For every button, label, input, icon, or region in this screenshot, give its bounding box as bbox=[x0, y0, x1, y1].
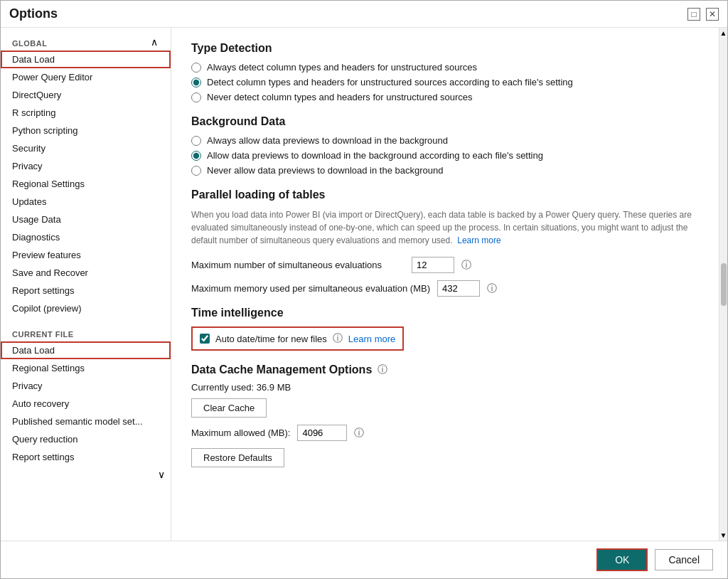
sidebar-item-cf-published-semantic[interactable]: Published semantic model set... bbox=[1, 413, 171, 430]
clear-cache-button[interactable]: Clear Cache bbox=[191, 398, 267, 418]
data-cache-info-icon[interactable]: ⓘ bbox=[378, 363, 387, 376]
sidebar-item-cf-regional-settings[interactable]: Regional Settings bbox=[1, 359, 171, 377]
max-evaluations-label: Maximum number of simultaneous evaluatio… bbox=[191, 260, 405, 270]
auto-datetime-info-icon[interactable]: ⓘ bbox=[333, 332, 343, 345]
max-memory-info-icon[interactable]: ⓘ bbox=[487, 282, 497, 295]
main-content: Type Detection Always detect column type… bbox=[171, 28, 719, 541]
type-detection-label-detect: Detect column types and headers for unst… bbox=[207, 77, 573, 87]
background-data-radio-always[interactable] bbox=[191, 136, 201, 146]
current-file-section: CURRENT FILE Data Load Regional Settings… bbox=[1, 324, 171, 480]
restore-defaults-button[interactable]: Restore Defaults bbox=[191, 448, 284, 467]
sidebar-item-python-scripting[interactable]: Python scripting bbox=[1, 122, 171, 139]
type-detection-label-never: Never detect column types and headers fo… bbox=[207, 92, 473, 102]
options-window: Options □ ✕ GLOBAL ∧ Data Load Power Que… bbox=[0, 0, 728, 579]
type-detection-radio-always[interactable] bbox=[191, 63, 201, 73]
background-data-option-allow[interactable]: Allow data previews to download in the b… bbox=[191, 150, 699, 161]
sidebar-item-directquery[interactable]: DirectQuery bbox=[1, 86, 171, 104]
global-collapse-icon[interactable]: ∧ bbox=[151, 36, 165, 48]
footer: OK Cancel bbox=[1, 541, 727, 578]
window-controls: □ ✕ bbox=[687, 8, 719, 21]
data-cache-used-text: Currently used: 36.9 MB bbox=[191, 382, 699, 393]
type-detection-radio-never[interactable] bbox=[191, 92, 201, 102]
data-cache-title: Data Cache Management Options bbox=[191, 363, 372, 376]
global-section-header-row: GLOBAL ∧ bbox=[1, 33, 171, 51]
content-area: GLOBAL ∧ Data Load Power Query Editor Di… bbox=[1, 28, 727, 541]
minimize-button[interactable]: □ bbox=[687, 8, 700, 21]
type-detection-title: Type Detection bbox=[191, 42, 699, 55]
type-detection-option-detect[interactable]: Detect column types and headers for unst… bbox=[191, 77, 699, 87]
sidebar-item-copilot-preview[interactable]: Copilot (preview) bbox=[1, 299, 171, 317]
background-data-option-never[interactable]: Never allow data previews to download in… bbox=[191, 165, 699, 176]
background-data-title: Background Data bbox=[191, 115, 699, 128]
type-detection-option-always[interactable]: Always detect column types and headers f… bbox=[191, 62, 699, 73]
type-detection-options: Always detect column types and headers f… bbox=[191, 62, 699, 102]
time-intelligence-learn-more[interactable]: Learn more bbox=[348, 334, 395, 344]
sidebar-item-save-and-recover[interactable]: Save and Recover bbox=[1, 264, 171, 282]
cancel-button[interactable]: Cancel bbox=[655, 549, 713, 570]
data-cache-header: Data Cache Management Options ⓘ bbox=[191, 363, 699, 376]
sidebar-item-r-scripting[interactable]: R scripting bbox=[1, 104, 171, 122]
scrollbar-thumb[interactable] bbox=[721, 263, 727, 306]
close-button[interactable]: ✕ bbox=[706, 8, 719, 21]
sidebar-item-diagnostics[interactable]: Diagnostics bbox=[1, 228, 171, 246]
max-memory-row: Maximum memory used per simultaneous eva… bbox=[191, 280, 699, 297]
max-evaluations-input[interactable] bbox=[412, 257, 454, 273]
sidebar-item-data-load[interactable]: Data Load bbox=[1, 51, 171, 68]
max-evaluations-row: Maximum number of simultaneous evaluatio… bbox=[191, 257, 699, 273]
sidebar-item-usage-data[interactable]: Usage Data bbox=[1, 211, 171, 228]
parallel-loading-title: Parallel loading of tables bbox=[191, 188, 699, 201]
type-detection-radio-detect[interactable] bbox=[191, 78, 201, 87]
background-data-option-always[interactable]: Always allow data previews to download i… bbox=[191, 135, 699, 146]
sidebar-item-cf-query-reduction[interactable]: Query reduction bbox=[1, 430, 171, 448]
max-allowed-label: Maximum allowed (MB): bbox=[191, 427, 290, 438]
global-section-header: GLOBAL bbox=[1, 33, 58, 51]
sidebar-item-power-query-editor[interactable]: Power Query Editor bbox=[1, 68, 171, 86]
background-data-label-never: Never allow data previews to download in… bbox=[207, 165, 443, 176]
current-file-scroll-down-icon[interactable]: ∨ bbox=[158, 469, 165, 480]
parallel-loading-description: When you load data into Power BI (via im… bbox=[191, 208, 699, 247]
sidebar: GLOBAL ∧ Data Load Power Query Editor Di… bbox=[1, 28, 171, 541]
auto-datetime-label: Auto date/time for new files bbox=[215, 334, 327, 344]
auto-datetime-checkbox[interactable] bbox=[200, 334, 210, 344]
main-scrollbar[interactable]: ▲ ▼ bbox=[719, 28, 727, 541]
time-intelligence-box: Auto date/time for new files ⓘ Learn mor… bbox=[191, 326, 404, 351]
time-intelligence-title: Time intelligence bbox=[191, 307, 699, 319]
type-detection-label-always: Always detect column types and headers f… bbox=[207, 62, 477, 73]
sidebar-item-updates[interactable]: Updates bbox=[1, 193, 171, 211]
sidebar-item-cf-data-load[interactable]: Data Load bbox=[1, 341, 171, 359]
sidebar-item-cf-report-settings[interactable]: Report settings bbox=[1, 448, 171, 466]
title-bar: Options □ ✕ bbox=[1, 1, 727, 28]
max-memory-input[interactable] bbox=[437, 280, 480, 297]
max-allowed-input[interactable] bbox=[297, 425, 347, 441]
max-allowed-row: Maximum allowed (MB): ⓘ bbox=[191, 425, 699, 441]
scrollbar-down-icon[interactable]: ▼ bbox=[720, 531, 727, 539]
background-data-radio-never[interactable] bbox=[191, 166, 201, 176]
type-detection-option-never[interactable]: Never detect column types and headers fo… bbox=[191, 92, 699, 102]
sidebar-item-security[interactable]: Security bbox=[1, 139, 171, 157]
parallel-loading-learn-more[interactable]: Learn more bbox=[457, 235, 500, 245]
sidebar-item-report-settings-global[interactable]: Report settings bbox=[1, 282, 171, 299]
sidebar-item-cf-privacy[interactable]: Privacy bbox=[1, 377, 171, 395]
window-title: Options bbox=[9, 6, 58, 21]
sidebar-item-regional-settings[interactable]: Regional Settings bbox=[1, 175, 171, 193]
background-data-radio-allow[interactable] bbox=[191, 151, 201, 161]
max-memory-label: Maximum memory used per simultaneous eva… bbox=[191, 283, 430, 294]
scrollbar-up-icon[interactable]: ▲ bbox=[720, 29, 727, 37]
max-allowed-info-icon[interactable]: ⓘ bbox=[354, 427, 364, 440]
sidebar-item-privacy[interactable]: Privacy bbox=[1, 157, 171, 175]
background-data-options: Always allow data previews to download i… bbox=[191, 135, 699, 176]
ok-button[interactable]: OK bbox=[596, 548, 648, 571]
max-evaluations-info-icon[interactable]: ⓘ bbox=[461, 259, 471, 272]
background-data-label-allow: Allow data previews to download in the b… bbox=[207, 150, 543, 161]
background-data-label-always: Always allow data previews to download i… bbox=[207, 135, 448, 146]
sidebar-item-cf-auto-recovery[interactable]: Auto recovery bbox=[1, 395, 171, 413]
sidebar-item-preview-features[interactable]: Preview features bbox=[1, 246, 171, 264]
current-file-section-header: CURRENT FILE bbox=[1, 324, 171, 341]
